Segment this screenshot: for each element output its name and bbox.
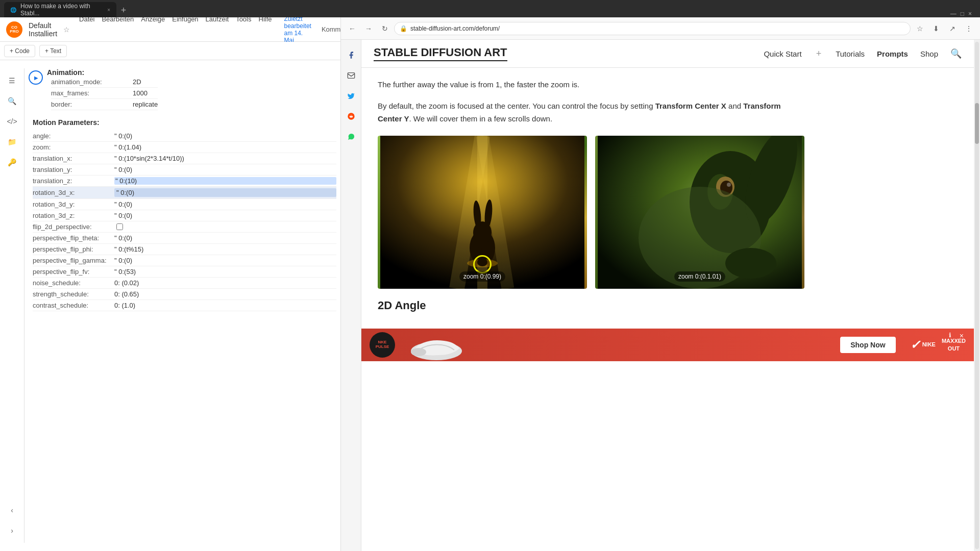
add-code-button[interactable]: + Code (4, 45, 35, 57)
website-header: STABLE DIFFUSION ART Quick Start + Tutor… (361, 40, 974, 68)
ad-logo: NKEPULSE (370, 332, 395, 358)
param-perspective-fv: perspective_flip_fv: " 0:(53) (33, 266, 336, 278)
param-label-noise-schedule: noise_schedule: (33, 279, 114, 287)
colab-content: ☰ 🔍 </> 📁 🔑 ‹ › Animation: (0, 60, 340, 551)
ad-close-button[interactable]: × (960, 332, 964, 340)
social-reddit-icon[interactable] (344, 109, 358, 123)
colab-star[interactable]: ☆ (63, 26, 70, 34)
collapse-icon[interactable]: ‹ (4, 502, 20, 518)
sidebar-toggle-icon[interactable]: ☰ (4, 72, 20, 89)
ad-shop-now-button[interactable]: Shop Now (840, 337, 895, 353)
param-label-translation-y: translation_y: (33, 166, 114, 173)
new-tab-button[interactable]: + (116, 3, 131, 17)
param-translation-y: translation_y: " 0:(0) (33, 164, 336, 176)
image-row: zoom 0:(0.99) (378, 136, 804, 289)
param-border: border: replicate (51, 99, 158, 110)
social-whatsapp-icon[interactable] (344, 130, 358, 144)
param-label-max-frames: max_frames: (51, 89, 133, 97)
zoom-label-2: zoom 0:(0.1.01) (674, 271, 725, 282)
param-value-perspective-fv: " 0:(53) (114, 268, 336, 276)
web-download-icon[interactable]: ⬇ (929, 21, 943, 36)
param-label-angle: angle: (33, 132, 114, 140)
param-translation-x: translation_x: " 0:(10*sin(2*3.14*t/10)) (33, 153, 336, 164)
nav-search-icon[interactable]: 🔍 (950, 48, 962, 59)
article-text2-b1: Transform Center X (655, 102, 726, 110)
ad-info-icon[interactable]: ℹ (949, 332, 951, 339)
expand-icon[interactable]: › (4, 522, 20, 539)
article-text2-pre: By default, the zoom is focused at the c… (378, 102, 655, 110)
web-share-icon[interactable]: ↗ (945, 21, 960, 36)
param-label-translation-x: translation_x: (33, 155, 114, 162)
param-label-perspective-theta: perspective_flip_theta: (33, 234, 114, 242)
section-title-2d-angle: 2D Angle (378, 299, 804, 312)
web-back-btn[interactable]: ← (345, 21, 359, 36)
param-label-rotation-3d-x: rotation_3d_x: (33, 189, 114, 196)
run-button[interactable] (29, 70, 43, 85)
article-content: The further away the value is from 1, th… (361, 68, 821, 329)
flip-2d-checkbox[interactable] (116, 223, 123, 230)
param-label-perspective-gamma: perspective_flip_gamma: (33, 257, 114, 264)
ad-nike-swoosh: ✓ (910, 338, 920, 352)
add-text-button[interactable]: + Text (39, 45, 67, 57)
web-scrollbar[interactable] (974, 40, 980, 551)
colab-notebook: Animation: animation_mode: 2D max_frames… (24, 68, 340, 543)
web-address-bar[interactable]: 🔒 stable-diffusion-art.com/deforum/ (394, 22, 911, 35)
colab-logo-text: CO PRO (10, 26, 18, 34)
motion-title: Motion Parameters: (33, 118, 336, 127)
article-image-1: zoom 0:(0.99) (378, 136, 587, 289)
web-url-display: stable-diffusion-art.com/deforum/ (410, 25, 500, 32)
param-rotation-3d-z: rotation_3d_z: " 0:(0) (33, 210, 336, 221)
files-icon[interactable]: 📁 (4, 134, 20, 150)
nav-plus-icon[interactable]: + (816, 48, 822, 59)
param-label-border: border: (51, 101, 133, 108)
param-value-rotation-3d-y: " 0:(0) (114, 201, 336, 208)
param-label-perspective-phi: perspective_flip_phi: (33, 245, 114, 253)
code-icon[interactable]: </> (4, 113, 20, 130)
param-max-frames: max_frames: 1000 (51, 88, 158, 99)
site-title[interactable]: STABLE DIFFUSION ART (374, 46, 507, 61)
animation-params: animation_mode: 2D max_frames: 1000 bord… (47, 77, 158, 110)
param-value-animation-mode: 2D (133, 78, 158, 86)
tab-close-btn[interactable]: × (107, 7, 110, 13)
param-value-perspective-phi: " 0:(t%15) (114, 245, 336, 253)
param-label-zoom: zoom: (33, 143, 114, 151)
param-value-max-frames: 1000 (133, 89, 158, 97)
svg-point-25 (411, 348, 426, 356)
kommentar-btn[interactable]: Kommentar (322, 26, 341, 33)
param-value-strength-schedule: 0: (0.65) (114, 290, 336, 298)
image-placeholder-1: zoom 0:(0.99) (378, 136, 587, 289)
maximize-btn[interactable]: □ (961, 10, 964, 17)
tabs-bar: 🌐 How to make a video with Stabl... × + … (0, 0, 980, 17)
nav-quick-start[interactable]: Quick Start (764, 49, 801, 58)
param-zoom: zoom: " 0:(1.04) (33, 142, 336, 153)
ad-nike-text: NIKE (922, 341, 936, 348)
web-more-icon[interactable]: ⋮ (962, 21, 976, 36)
search-icon[interactable]: 🔍 (4, 93, 20, 109)
tab-favicon: 🌐 (10, 7, 16, 13)
social-twitter-icon[interactable] (344, 89, 358, 103)
ad-brand-area: ✓ NIKE MAXXEDOUT (910, 337, 966, 352)
close-btn[interactable]: × (968, 10, 972, 17)
ad-banner: NKEPULSE Shop Now ✓ (361, 329, 974, 361)
article-text2-post: . We will cover them in a few scrolls do… (409, 114, 552, 123)
param-value-rotation-3d-z: " 0:(0) (114, 212, 336, 219)
social-facebook-icon[interactable] (344, 48, 358, 62)
nav-tutorials[interactable]: Tutorials (836, 49, 865, 58)
key-icon[interactable]: 🔑 (4, 154, 20, 170)
scrollbar-thumb[interactable] (975, 103, 979, 144)
param-value-perspective-gamma: " 0:(0) (114, 257, 336, 264)
nav-shop[interactable]: Shop (920, 49, 938, 58)
param-perspective-theta: perspective_flip_theta: " 0:(0) (33, 233, 336, 244)
param-value-translation-y: " 0:(0) (114, 166, 336, 173)
social-email-icon[interactable] (344, 68, 358, 83)
animation-section-header: Animation: animation_mode: 2D max_frames… (29, 68, 336, 110)
web-refresh-btn[interactable]: ↻ (378, 21, 392, 36)
minimize-btn[interactable]: — (950, 10, 957, 17)
param-label-contrast-schedule: contrast_schedule: (33, 302, 114, 309)
browser-tab[interactable]: 🌐 How to make a video with Stabl... × (4, 2, 116, 17)
web-forward-btn[interactable]: → (361, 21, 376, 36)
web-bookmark-icon[interactable]: ☆ (913, 21, 927, 36)
nav-prompts[interactable]: Prompts (877, 49, 908, 58)
param-label-flip-2d: flip_2d_perspective: (33, 223, 114, 231)
param-noise-schedule: noise_schedule: 0: (0.02) (33, 278, 336, 289)
